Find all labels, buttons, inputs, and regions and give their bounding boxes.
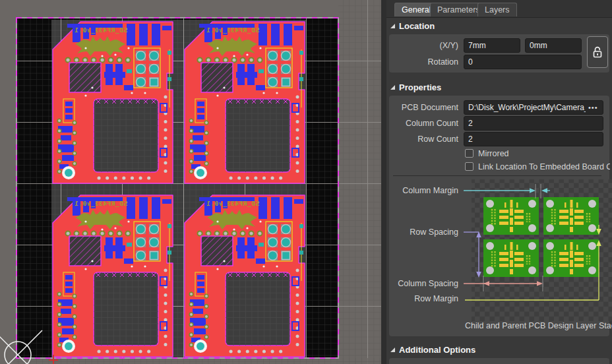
diagram-board-thumb	[483, 197, 539, 235]
column-count-label: Column Count	[406, 119, 458, 128]
x-input[interactable]	[464, 38, 520, 53]
section-header-properties[interactable]: Properties	[390, 82, 441, 92]
diagram-board-thumb	[543, 197, 599, 235]
link-location-label: Link Location To Embedded Board Or	[478, 162, 610, 171]
collapse-triangle-icon	[390, 348, 395, 352]
rotation-label: Rotation	[427, 57, 458, 67]
pcb-document-input[interactable]	[464, 100, 603, 115]
row-count-input[interactable]	[464, 132, 603, 146]
row-margin-label: Row Margin	[414, 294, 458, 303]
pcb-document-label: PCB Document	[402, 103, 458, 112]
row-spacing-label: Row Spacing	[410, 228, 458, 237]
column-count-input[interactable]	[464, 116, 603, 131]
link-location-checkbox[interactable]	[465, 162, 474, 171]
additional-options-group	[389, 358, 609, 364]
column-margin-label: Column Margin	[402, 186, 458, 195]
unlock-icon	[590, 45, 605, 59]
pcb-board-instance-3[interactable]	[53, 195, 173, 357]
layer-stack-caption: Child and Parent PCB Design Layer Stacks	[465, 321, 612, 330]
section-header-additional-options[interactable]: Additional Options	[390, 344, 475, 355]
section-header-location[interactable]: Location	[390, 20, 435, 31]
group-divider	[393, 175, 601, 176]
xy-label: (X/Y)	[440, 41, 458, 50]
column-spacing-label: Column Spacing	[398, 279, 458, 288]
panel-tab-bar: General Parameters Layers	[386, 0, 612, 18]
mirrored-checkbox[interactable]	[465, 149, 474, 158]
mirrored-label: Mirrored	[478, 149, 509, 158]
panel-splitter[interactable]	[381, 0, 386, 364]
collapse-triangle-icon	[390, 85, 395, 90]
spacing-diagram	[462, 178, 612, 321]
pcb-editor-window: SD_RF433_v0.1	[0, 0, 612, 364]
row-count-label: Row Count	[417, 135, 458, 144]
tab-layers[interactable]: Layers	[477, 3, 517, 16]
pcb-board-instance-4[interactable]	[185, 195, 305, 357]
y-input[interactable]	[525, 38, 582, 53]
diagram-board-thumb	[483, 239, 539, 277]
collapse-triangle-icon	[390, 24, 395, 28]
browse-ellipsis-button[interactable]: •••	[588, 104, 598, 111]
pcb-canvas[interactable]: SD_RF433_v0.1	[0, 0, 381, 364]
pcb-board-instance-1[interactable]	[53, 22, 173, 183]
pcb-board-instance-2[interactable]	[185, 22, 305, 183]
diagram-board-thumb	[543, 239, 599, 277]
lock-button[interactable]	[587, 36, 608, 68]
properties-panel: General Parameters Layers Location (X/Y)…	[386, 0, 612, 364]
rotation-input[interactable]	[464, 55, 582, 69]
